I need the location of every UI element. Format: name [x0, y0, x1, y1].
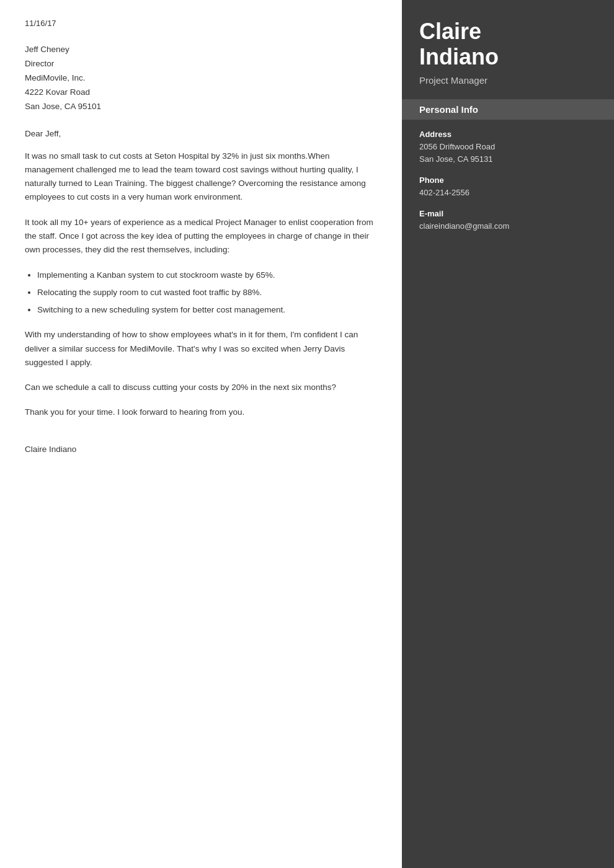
address-line1: 2056 Driftwood Road: [419, 141, 597, 153]
personal-info-header: Personal Info: [402, 99, 614, 120]
letter-body: It was no small task to cut costs at Set…: [25, 149, 377, 420]
recipient-name: Jeff Cheney: [25, 43, 377, 57]
address-label: Address: [419, 130, 597, 139]
salutation: Dear Jeff,: [25, 129, 377, 138]
recipient-address2: San Jose, CA 95101: [25, 100, 377, 114]
email-value: claireindiano@gmail.com: [419, 220, 597, 232]
left-panel: 11/16/17 Jeff Cheney Director MediMovile…: [0, 0, 402, 868]
phone-block: Phone 402-214-2556: [419, 175, 597, 199]
recipient-block: Jeff Cheney Director MediMovile, Inc. 42…: [25, 43, 377, 114]
address-block: Address 2056 Driftwood Road San Jose, CA…: [419, 130, 597, 166]
bullet-item-3: Switching to a new scheduling system for…: [37, 303, 377, 317]
recipient-title: Director: [25, 57, 377, 71]
paragraph-5: Thank you for your time. I look forward …: [25, 405, 377, 419]
candidate-title: Project Manager: [419, 75, 597, 86]
signature: Claire Indiano: [25, 445, 377, 454]
phone-label: Phone: [419, 175, 597, 185]
right-panel: Claire Indiano Project Manager Personal …: [402, 0, 614, 868]
bullet-item-2: Relocating the supply room to cut wasted…: [37, 286, 377, 299]
bullet-list: Implementing a Kanban system to cut stoc…: [37, 268, 377, 317]
paragraph-1: It was no small task to cut costs at Set…: [25, 149, 377, 205]
candidate-last-name: Indiano: [419, 44, 499, 69]
email-block: E-mail claireindiano@gmail.com: [419, 209, 597, 232]
paragraph-4: Can we schedule a call to discuss cuttin…: [25, 381, 377, 394]
address-line2: San Jose, CA 95131: [419, 153, 597, 166]
letter-date: 11/16/17: [25, 19, 377, 28]
email-label: E-mail: [419, 209, 597, 218]
recipient-address1: 4222 Kovar Road: [25, 86, 377, 100]
candidate-first-name: Claire: [419, 19, 481, 44]
candidate-name: Claire Indiano: [419, 19, 597, 70]
bullet-item-1: Implementing a Kanban system to cut stoc…: [37, 268, 377, 282]
recipient-company: MediMovile, Inc.: [25, 71, 377, 86]
paragraph-3: With my understanding of how to show emp…: [25, 328, 377, 370]
paragraph-2: It took all my 10+ years of experience a…: [25, 216, 377, 257]
phone-value: 402-214-2556: [419, 187, 597, 199]
